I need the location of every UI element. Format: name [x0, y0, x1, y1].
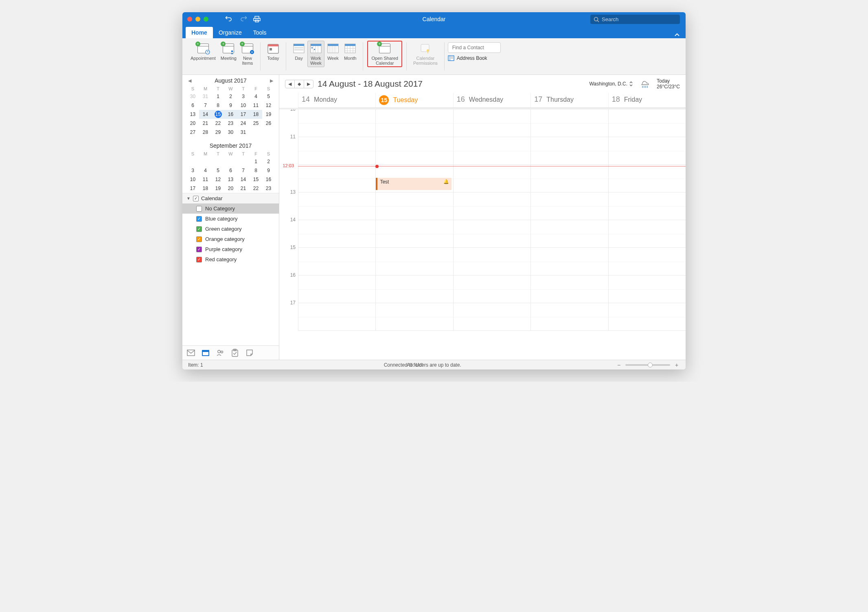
minical-day[interactable]: 16 [224, 110, 237, 119]
category-item[interactable]: ✓Blue category [182, 214, 279, 224]
minical-day[interactable]: 17 [237, 110, 250, 119]
checkbox-icon[interactable]: ✓ [196, 236, 202, 242]
day-header[interactable]: 17Thursday [530, 93, 608, 107]
minical-day[interactable]: 3 [186, 166, 199, 175]
category-item[interactable]: ✓Red category [182, 254, 279, 264]
minical-day[interactable]: 14 [199, 110, 212, 119]
tab-tools[interactable]: Tools [248, 27, 272, 38]
day-header[interactable]: 18Friday [608, 93, 686, 107]
minical-day[interactable]: 30 [224, 128, 237, 137]
week-grid[interactable]: 10111314151617 Test🔔12:03 [279, 109, 686, 360]
minical-day[interactable]: 1 [250, 157, 262, 166]
tasks-module-button[interactable] [230, 348, 239, 357]
zoom-out-button[interactable]: − [616, 362, 622, 368]
new-items-button[interactable]: + New Items [239, 41, 256, 67]
minical-day[interactable]: 15 [212, 110, 224, 119]
minical-day[interactable]: 25 [250, 119, 262, 128]
search-input[interactable] [590, 15, 680, 24]
minical-day[interactable]: 8 [212, 101, 224, 110]
calendar-root-item[interactable]: ▼ ✓ Calendar [182, 193, 279, 203]
minical-day[interactable]: 4 [199, 166, 212, 175]
day-header[interactable]: 14Monday [298, 93, 375, 107]
minical-day[interactable]: 29 [212, 128, 224, 137]
zoom-window-button[interactable] [204, 17, 208, 22]
open-shared-calendar-button[interactable]: + Open Shared Calendar [367, 41, 402, 67]
minical-day[interactable]: 16 [262, 175, 275, 184]
minical-day[interactable]: 12 [262, 101, 275, 110]
minical-day[interactable]: 11 [250, 101, 262, 110]
minical-day[interactable]: 5 [262, 92, 275, 101]
day-column[interactable]: Test🔔 [375, 109, 453, 331]
minical-day[interactable]: 26 [262, 119, 275, 128]
prev-month-button[interactable]: ◀ [188, 78, 191, 83]
collapse-ribbon-button[interactable] [674, 32, 680, 38]
minical-day[interactable]: 6 [186, 101, 199, 110]
checkbox-icon[interactable]: ✓ [196, 226, 202, 232]
minical-day[interactable]: 5 [212, 166, 224, 175]
day-view-button[interactable]: Day [290, 41, 307, 62]
category-item[interactable]: ✓Purple category [182, 244, 279, 254]
minical-day[interactable]: 17 [186, 184, 199, 193]
minical-day[interactable]: 23 [262, 184, 275, 193]
minical-day[interactable]: 4 [250, 92, 262, 101]
checkbox-icon[interactable]: ✓ [196, 206, 202, 212]
category-item[interactable]: ✓Green category [182, 224, 279, 234]
minical-day[interactable]: 30 [186, 92, 199, 101]
month-view-button[interactable]: Month [342, 41, 359, 62]
minical-day[interactable]: 23 [224, 119, 237, 128]
redo-button[interactable] [239, 15, 248, 24]
calendar-event[interactable]: Test🔔 [376, 178, 451, 190]
day-column[interactable] [608, 109, 686, 331]
minical-day[interactable]: 19 [262, 110, 275, 119]
minical-day[interactable]: 10 [237, 101, 250, 110]
minical-day[interactable]: 1 [212, 92, 224, 101]
minical-day[interactable]: 12 [212, 175, 224, 184]
minical-day[interactable]: 22 [212, 119, 224, 128]
minical-day[interactable]: 10 [186, 175, 199, 184]
minical-day[interactable]: 20 [224, 184, 237, 193]
checkbox-icon[interactable]: ✓ [196, 247, 202, 252]
day-column[interactable] [298, 109, 375, 331]
minical-day[interactable]: 31 [237, 128, 250, 137]
minical-day[interactable]: 8 [250, 166, 262, 175]
appointment-button[interactable]: + Appointment [188, 41, 218, 62]
category-item[interactable]: ✓No Category [182, 203, 279, 214]
minical-day[interactable]: 15 [250, 175, 262, 184]
minical-day[interactable]: 24 [237, 119, 250, 128]
today-button[interactable]: Today [265, 41, 282, 62]
minical-day[interactable]: 19 [212, 184, 224, 193]
checkbox-icon[interactable]: ✓ [196, 257, 202, 262]
notes-module-button[interactable] [245, 348, 254, 357]
tab-home[interactable]: Home [186, 27, 213, 38]
mail-module-button[interactable] [186, 348, 195, 357]
minical-day[interactable]: 27 [186, 128, 199, 137]
minical-day[interactable]: 3 [237, 92, 250, 101]
day-header[interactable]: 16Wednesday [453, 93, 530, 107]
disclosure-triangle-icon[interactable]: ▼ [186, 196, 191, 201]
minical-day[interactable]: 9 [224, 101, 237, 110]
minical-day[interactable]: 14 [237, 175, 250, 184]
day-column[interactable] [453, 109, 530, 331]
week-view-button[interactable]: Week [324, 41, 342, 62]
location-selector[interactable]: Washington, D.C. [589, 81, 633, 87]
undo-button[interactable] [225, 15, 234, 24]
minical-day[interactable]: 7 [199, 101, 212, 110]
prev-button[interactable]: ◀ [285, 80, 295, 88]
work-week-view-button[interactable]: Work Week [307, 41, 324, 67]
minical-day[interactable]: 13 [224, 175, 237, 184]
print-button[interactable] [252, 15, 261, 24]
minical-day[interactable]: 21 [237, 184, 250, 193]
today-nav-button[interactable]: ◆ [295, 80, 304, 88]
minical-day[interactable]: 13 [186, 110, 199, 119]
minical-day[interactable]: 18 [199, 184, 212, 193]
minical-day[interactable]: 9 [262, 166, 275, 175]
minical-day[interactable]: 21 [199, 119, 212, 128]
day-header[interactable]: 15Tuesday [375, 93, 453, 107]
minical-day[interactable]: 6 [224, 166, 237, 175]
day-column[interactable] [530, 109, 608, 331]
calendar-module-button[interactable] [201, 348, 210, 357]
find-contact-input[interactable] [448, 42, 501, 53]
checkbox-icon[interactable]: ✓ [193, 196, 199, 201]
checkbox-icon[interactable]: ✓ [196, 216, 202, 222]
close-window-button[interactable] [187, 17, 192, 22]
